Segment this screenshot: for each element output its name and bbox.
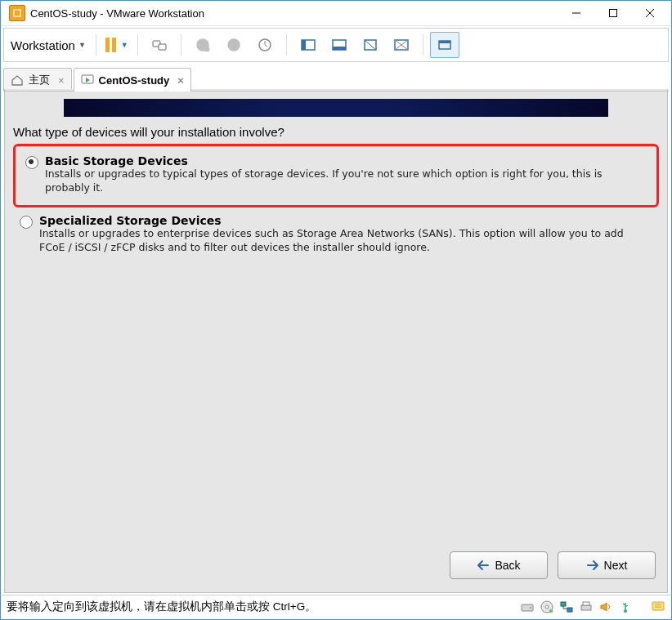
toolbar-separator: [181, 34, 181, 56]
svg-rect-28: [583, 602, 589, 605]
chevron-down-icon: ▼: [78, 41, 86, 49]
monitor-play-icon: [81, 74, 94, 87]
installer-banner: [64, 99, 608, 117]
chevron-down-icon: ▼: [121, 41, 128, 49]
printer-icon[interactable]: [579, 600, 594, 614]
workstation-menu[interactable]: Workstation ▼: [7, 35, 89, 56]
view-fullscreen-button[interactable]: [356, 32, 385, 58]
svg-rect-18: [439, 41, 450, 43]
usb-icon[interactable]: [618, 600, 633, 614]
snapshot-revert-button[interactable]: [219, 32, 249, 58]
vmware-window: CentOS-study - VMware Workstation Workst…: [0, 0, 672, 620]
view-stretch-button[interactable]: [387, 32, 416, 58]
device-tray: [520, 600, 665, 614]
toolbar-separator: [423, 34, 423, 56]
svg-rect-14: [333, 47, 346, 50]
svg-point-24: [549, 609, 553, 613]
view-console-button[interactable]: [293, 32, 323, 58]
option-desc: Installs or upgrades to enterprise devic…: [39, 227, 652, 255]
arrow-right-icon: [586, 560, 599, 571]
arrow-left-icon: [477, 560, 490, 571]
back-button[interactable]: Back: [450, 551, 548, 579]
view-unity-button[interactable]: [325, 32, 354, 58]
svg-point-23: [545, 605, 549, 609]
svg-rect-0: [14, 10, 20, 16]
toolbar-separator: [137, 34, 138, 56]
maximize-button[interactable]: [594, 2, 631, 25]
cdrom-icon[interactable]: [540, 600, 554, 614]
minimize-button[interactable]: [558, 2, 594, 25]
vm-console[interactable]: What type of devices will your installat…: [4, 89, 668, 593]
svg-rect-12: [302, 40, 306, 50]
radio-specialized-storage[interactable]: [20, 216, 33, 229]
close-button[interactable]: [631, 2, 668, 25]
tab-close-icon[interactable]: ×: [58, 74, 65, 87]
svg-rect-6: [159, 44, 166, 50]
option-title: Specialized Storage Devices: [39, 214, 652, 227]
harddisk-icon[interactable]: [520, 600, 535, 614]
snapshot-manager-button[interactable]: [250, 32, 280, 58]
status-message: 要将输入定向到该虚拟机，请在虚拟机内部单击或按 Ctrl+G。: [7, 600, 520, 614]
radio-basic-storage[interactable]: [25, 156, 38, 169]
storage-options: Basic Storage Devices Installs or upgrad…: [13, 144, 659, 258]
tab-vm-label: CentOS-study: [99, 74, 170, 87]
svg-rect-30: [652, 602, 664, 610]
messages-icon[interactable]: [651, 600, 665, 614]
toolbar: Workstation ▼ ▼: [3, 28, 669, 62]
svg-rect-25: [561, 602, 566, 606]
network-icon[interactable]: [559, 600, 574, 614]
tab-home[interactable]: 主页 ×: [3, 68, 72, 91]
pause-icon: [105, 38, 116, 52]
view-cycle-button[interactable]: [430, 32, 459, 58]
power-pause-button[interactable]: ▼: [103, 32, 131, 58]
workstation-menu-label: Workstation: [11, 38, 75, 52]
toolbar-separator: [96, 34, 96, 56]
tab-close-icon[interactable]: ×: [177, 74, 184, 87]
tab-home-label: 主页: [29, 73, 50, 87]
status-bar: 要将输入定向到该虚拟机，请在虚拟机内部单击或按 Ctrl+G。: [2, 595, 670, 618]
option-desc: Installs or upgrades to typical types of…: [45, 167, 643, 195]
svg-point-21: [530, 607, 531, 609]
vmware-app-icon: [9, 5, 25, 21]
svg-rect-2: [609, 10, 616, 17]
installer-prompt: What type of devices will your installat…: [13, 125, 667, 139]
tab-vm[interactable]: CentOS-study ×: [74, 68, 191, 91]
send-ctrl-alt-del-button[interactable]: [145, 32, 174, 58]
installer-nav-buttons: Back Next: [450, 551, 656, 579]
next-button[interactable]: Next: [558, 551, 656, 579]
tab-strip: 主页 × CentOS-study ×: [3, 67, 669, 91]
sound-icon[interactable]: [598, 600, 613, 614]
option-title: Basic Storage Devices: [45, 154, 643, 167]
option-basic-storage[interactable]: Basic Storage Devices Installs or upgrad…: [19, 151, 650, 198]
toolbar-separator: [286, 34, 287, 56]
title-bar: CentOS-study - VMware Workstation: [1, 1, 671, 26]
next-button-label: Next: [604, 559, 628, 572]
home-icon: [11, 74, 24, 87]
svg-rect-27: [581, 605, 591, 610]
window-title: CentOS-study - VMware Workstation: [30, 7, 204, 20]
snapshot-take-button[interactable]: [188, 32, 217, 58]
option-highlight: Basic Storage Devices Installs or upgrad…: [13, 144, 659, 207]
back-button-label: Back: [495, 559, 520, 572]
option-specialized-storage[interactable]: Specialized Storage Devices Installs or …: [13, 211, 659, 258]
